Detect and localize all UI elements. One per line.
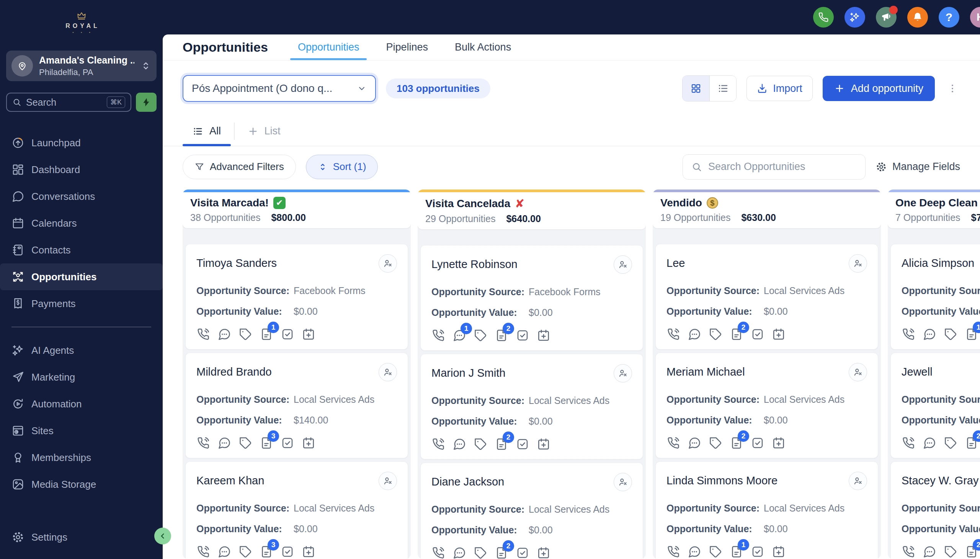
appointment-button[interactable]	[302, 327, 316, 342]
assign-user-button[interactable]	[849, 363, 867, 381]
assign-user-button[interactable]	[614, 364, 632, 382]
assign-user-button[interactable]	[378, 254, 397, 273]
tab-opportunities[interactable]: Opportunities	[296, 35, 362, 60]
column-header[interactable]: One Deep Clean 7 Opportunities$710	[888, 190, 980, 228]
message-button[interactable]	[687, 327, 702, 342]
call-button[interactable]	[666, 436, 681, 450]
tab-bulk-actions[interactable]: Bulk Actions	[453, 35, 513, 60]
tag-button[interactable]	[474, 328, 488, 343]
call-button[interactable]	[666, 544, 681, 559]
opportunity-card[interactable]: Timoya Sanders Opportunity Source:Facebo…	[185, 244, 408, 349]
opportunity-card[interactable]: Linda Simmons Moore Opportunity Source:L…	[655, 461, 878, 559]
notes-button[interactable]: 3	[259, 436, 274, 450]
column-header[interactable]: Vendido 19 Opportunities$630.00	[653, 190, 881, 228]
tag-button[interactable]	[709, 436, 723, 450]
pipeline-select[interactable]: Pós Appointment (O dono q...	[183, 75, 376, 102]
tab-all[interactable]: All	[183, 116, 231, 146]
appointment-button[interactable]	[772, 544, 786, 559]
assign-user-button[interactable]	[378, 472, 397, 490]
tag-button[interactable]	[474, 546, 488, 559]
tasks-button[interactable]	[281, 544, 295, 559]
opportunities-search[interactable]	[683, 154, 866, 180]
appointment-button[interactable]	[537, 437, 551, 452]
sidebar-item-payments[interactable]: Payments	[0, 290, 163, 317]
message-button[interactable]	[922, 327, 937, 342]
opportunity-card[interactable]: Stacey W. Gray Opportunity Source: Oppor…	[891, 461, 980, 559]
tasks-button[interactable]	[516, 328, 530, 343]
advanced-filters-button[interactable]: Advanced Filters	[183, 155, 296, 179]
tag-button[interactable]	[944, 327, 958, 342]
assign-user-button[interactable]	[378, 363, 397, 381]
notes-button[interactable]: 2	[730, 436, 744, 450]
quick-actions-button[interactable]	[136, 93, 157, 112]
sidebar-item-calendars[interactable]: Calendars	[0, 210, 163, 237]
call-button[interactable]	[431, 546, 446, 559]
appointment-button[interactable]	[537, 546, 551, 559]
tab-pipelines[interactable]: Pipelines	[383, 35, 430, 60]
opportunity-card[interactable]: Alicia Simpson Opportunity Source: Oppor…	[891, 244, 980, 349]
assign-user-button[interactable]	[849, 472, 867, 490]
call-button[interactable]	[902, 327, 916, 342]
help-button[interactable]: ?	[939, 7, 959, 28]
message-button[interactable]	[217, 436, 232, 450]
sidebar-collapse-toggle[interactable]	[154, 528, 171, 544]
call-button[interactable]	[902, 436, 916, 450]
tasks-button[interactable]	[751, 327, 765, 342]
message-button[interactable]	[687, 544, 702, 559]
opportunity-card[interactable]: Mildred Brando Opportunity Source:Local …	[185, 352, 408, 458]
assign-user-button[interactable]	[614, 255, 632, 274]
tag-button[interactable]	[238, 436, 253, 450]
tag-button[interactable]	[709, 327, 723, 342]
message-button[interactable]	[922, 436, 937, 450]
tasks-button[interactable]	[516, 546, 530, 559]
manage-fields-button[interactable]: Manage Fields	[876, 161, 960, 173]
notes-button[interactable]: 2	[965, 436, 979, 450]
call-button[interactable]	[431, 328, 446, 343]
opportunity-card[interactable]: Lynette Robinson Opportunity Source:Face…	[420, 245, 643, 351]
sidebar-search[interactable]: ⌘K	[6, 93, 131, 112]
phone-button[interactable]	[813, 7, 834, 28]
appointment-button[interactable]	[302, 436, 316, 450]
call-button[interactable]	[666, 327, 681, 342]
notes-button[interactable]: 1	[730, 544, 744, 559]
account-switcher[interactable]: Amanda's Cleaning ... Philadelfia, PA	[6, 51, 157, 81]
assign-user-button[interactable]	[614, 473, 632, 491]
notes-button[interactable]: 2	[730, 327, 744, 342]
sidebar-item-launchpad[interactable]: Launchpad	[0, 129, 163, 156]
add-opportunity-button[interactable]: Add opportunity	[823, 76, 935, 101]
sidebar-item-settings[interactable]: Settings	[0, 524, 163, 551]
column-header[interactable]: Visita Marcada! 38 Opportunities$800.00	[183, 190, 411, 228]
opportunity-card[interactable]: Marion J Smith Opportunity Source:Local …	[420, 354, 643, 460]
notes-button[interactable]: 2	[494, 328, 509, 343]
sort-button[interactable]: Sort (1)	[306, 155, 378, 179]
call-button[interactable]	[431, 437, 446, 452]
call-button[interactable]	[197, 544, 211, 559]
sidebar-item-conversations[interactable]: Conversations	[0, 183, 163, 210]
announcements-button[interactable]	[876, 7, 897, 28]
list-view-button[interactable]	[709, 76, 736, 101]
more-options-button[interactable]	[945, 77, 960, 100]
sidebar-item-dashboard[interactable]: Dashboard	[0, 156, 163, 183]
notes-button[interactable]: 1	[259, 327, 274, 342]
sidebar-item-opportunities[interactable]: Opportunities	[0, 263, 163, 290]
appointment-button[interactable]	[772, 327, 786, 342]
tasks-button[interactable]	[751, 544, 765, 559]
sidebar-search-input[interactable]	[26, 97, 102, 108]
message-button[interactable]	[453, 437, 467, 452]
notifications-button[interactable]	[907, 7, 928, 28]
message-button[interactable]	[922, 544, 937, 559]
call-button[interactable]	[197, 327, 211, 342]
sidebar-item-sites[interactable]: Sites	[0, 417, 163, 444]
import-button[interactable]: Import	[747, 76, 813, 101]
sidebar-item-media-storage[interactable]: Media Storage	[0, 471, 163, 498]
assign-user-button[interactable]	[849, 254, 867, 273]
sidebar-item-memberships[interactable]: Memberships	[0, 444, 163, 471]
sidebar-item-automation[interactable]: Automation	[0, 390, 163, 417]
add-list-tab[interactable]: List	[238, 116, 291, 146]
column-header[interactable]: Visita Cancelada 29 Opportunities$640.00	[418, 190, 646, 229]
opportunity-card[interactable]: Diane Jackson Opportunity Source:Local S…	[420, 463, 643, 559]
opportunity-card[interactable]: Meriam Michael Opportunity Source:Local …	[655, 352, 878, 458]
tasks-button[interactable]	[281, 327, 295, 342]
appointment-button[interactable]	[772, 436, 786, 450]
sidebar-item-ai-agents[interactable]: AI Agents	[0, 337, 163, 364]
